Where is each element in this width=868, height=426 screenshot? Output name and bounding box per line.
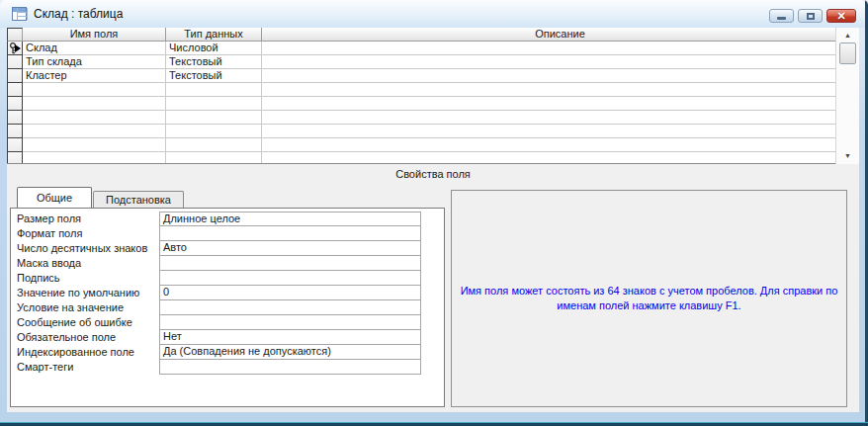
data-type-cell[interactable] xyxy=(166,138,262,152)
property-value-field[interactable]: Да (Совпадения не допускаются) xyxy=(159,344,421,360)
field-row-tip-sklada: Тип склада Текстовый xyxy=(7,55,859,69)
scrollbar-thumb[interactable] xyxy=(839,43,856,64)
property-row-required: Обязательное поле Нет xyxy=(11,330,444,345)
property-value-field[interactable]: 0 xyxy=(159,285,421,300)
data-type-cell[interactable] xyxy=(166,111,262,125)
field-row-sklad: Склад Числовой xyxy=(7,42,859,55)
column-header-data-type: Тип данных xyxy=(166,28,262,42)
description-cell[interactable] xyxy=(262,69,859,83)
description-cell[interactable] xyxy=(262,42,859,55)
property-value-field[interactable]: Авто xyxy=(159,240,421,256)
titlebar[interactable]: Склад : таблица xyxy=(0,0,865,28)
description-cell[interactable] xyxy=(262,111,859,125)
row-selector[interactable] xyxy=(7,138,23,152)
empty-field-row xyxy=(7,152,859,164)
empty-field-row xyxy=(7,138,859,152)
property-value-field[interactable] xyxy=(159,255,421,271)
minimize-icon xyxy=(777,17,786,20)
field-name-cell[interactable] xyxy=(23,97,166,111)
field-name-cell[interactable] xyxy=(23,152,166,164)
minimize-button[interactable] xyxy=(769,9,794,23)
property-row-decimal-places: Число десятичных знаков Авто xyxy=(11,241,444,256)
property-value-field[interactable] xyxy=(159,225,421,241)
property-label: Обязательное поле xyxy=(11,330,159,345)
field-name-cell[interactable] xyxy=(23,111,166,125)
selector-header xyxy=(7,28,23,42)
help-text: Имя поля может состоять из 64 знаков с у… xyxy=(461,284,838,313)
row-selector[interactable] xyxy=(7,55,23,69)
data-type-cell[interactable] xyxy=(166,125,262,138)
column-header-description: Описание xyxy=(262,28,859,42)
row-selector[interactable] xyxy=(7,69,23,83)
property-row-input-mask: Маска ввода xyxy=(11,256,444,271)
description-cell[interactable] xyxy=(262,83,859,97)
row-selector[interactable] xyxy=(7,125,23,138)
property-label: Подпись xyxy=(11,271,159,286)
table-design-window: Склад : таблица ✕ Имя поля Тип данных Оп… xyxy=(0,0,868,426)
row-selector-current[interactable] xyxy=(7,42,23,55)
grid-header-row: Имя поля Тип данных Описание xyxy=(7,28,859,42)
property-row-indexed: Индексированное поле Да (Совпадения не д… xyxy=(11,345,444,360)
tab-lookup[interactable]: Подстановка xyxy=(93,191,184,208)
field-name-cell[interactable]: Кластер xyxy=(23,69,166,83)
row-selector[interactable] xyxy=(7,111,23,125)
field-grid: Имя поля Тип данных Описание Склад Число… xyxy=(7,28,859,164)
property-row-validation-text: Сообщение об ошибке xyxy=(11,315,444,330)
restore-icon xyxy=(807,13,815,20)
property-value-field[interactable] xyxy=(159,270,421,286)
current-row-icon xyxy=(15,44,21,52)
property-value-field[interactable] xyxy=(159,314,421,330)
field-name-cell[interactable] xyxy=(23,125,166,138)
description-cell[interactable] xyxy=(262,138,859,152)
property-row-field-size: Размер поля Длинное целое xyxy=(11,212,444,226)
data-type-cell[interactable] xyxy=(166,83,262,97)
scroll-up-icon[interactable]: ▲ xyxy=(836,31,859,41)
property-value-field[interactable]: Нет xyxy=(159,329,421,345)
grid-vertical-scrollbar[interactable]: ▲ ▼ xyxy=(835,28,859,164)
property-value-field[interactable] xyxy=(159,359,421,375)
empty-field-row xyxy=(7,125,859,138)
restore-button[interactable] xyxy=(798,9,823,23)
data-type-cell[interactable]: Числовой xyxy=(166,42,262,55)
property-label: Значение по умолчанию xyxy=(11,286,159,300)
property-help-box: Имя поля может состоять из 64 знаков с у… xyxy=(451,190,847,407)
close-icon: ✕ xyxy=(836,11,845,22)
window-controls: ✕ xyxy=(769,9,856,23)
scroll-down-icon[interactable]: ▼ xyxy=(836,151,859,161)
data-type-cell[interactable] xyxy=(166,97,262,111)
description-cell[interactable] xyxy=(262,125,859,138)
field-name-cell[interactable] xyxy=(23,138,166,152)
property-label: Индексированное поле xyxy=(11,345,159,360)
data-type-cell[interactable]: Текстовый xyxy=(166,69,262,83)
property-label: Число десятичных знаков xyxy=(11,241,159,256)
field-name-cell[interactable]: Тип склада xyxy=(23,55,166,69)
tab-general[interactable]: Общие xyxy=(17,187,92,208)
empty-field-row xyxy=(7,83,859,97)
general-properties-panel: Размер поля Длинное целое Формат поля Чи… xyxy=(10,208,445,407)
property-value-field[interactable]: Длинное целое xyxy=(159,212,421,226)
empty-field-row xyxy=(7,97,859,111)
row-selector[interactable] xyxy=(7,83,23,97)
field-name-cell[interactable]: Склад xyxy=(23,42,166,55)
property-row-default-value: Значение по умолчанию 0 xyxy=(11,286,444,300)
row-selector[interactable] xyxy=(7,97,23,111)
description-cell[interactable] xyxy=(262,152,859,164)
data-type-cell[interactable]: Текстовый xyxy=(166,55,262,69)
property-label: Размер поля xyxy=(11,212,159,226)
property-label: Маска ввода xyxy=(11,256,159,271)
window-title: Склад : таблица xyxy=(34,7,123,21)
property-row-validation-rule: Условие на значение xyxy=(11,300,444,315)
row-selector[interactable] xyxy=(7,152,23,164)
description-cell[interactable] xyxy=(262,55,859,69)
data-type-cell[interactable] xyxy=(166,152,262,164)
property-label: Формат поля xyxy=(11,226,159,241)
table-icon xyxy=(12,7,27,21)
property-row-smart-tags: Смарт-теги xyxy=(11,360,444,375)
field-properties-label: Свойства поля xyxy=(395,168,471,180)
property-label: Условие на значение xyxy=(11,300,159,315)
property-value-field[interactable] xyxy=(159,299,421,315)
close-button[interactable]: ✕ xyxy=(826,9,856,23)
field-name-cell[interactable] xyxy=(23,83,166,97)
property-row-format: Формат поля xyxy=(11,226,444,241)
description-cell[interactable] xyxy=(262,97,859,111)
